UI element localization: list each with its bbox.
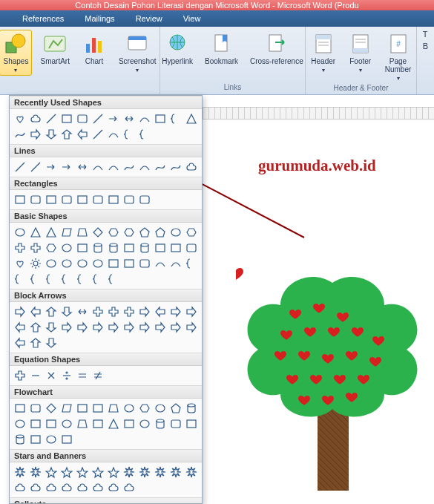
shape-rect[interactable] [122,256,137,271]
shape-barrow[interactable] [137,320,152,335]
shape-rect[interactable] [106,256,121,271]
shape-burst[interactable] [28,465,43,480]
shape-ellipse[interactable] [75,256,90,271]
shape-cloud[interactable] [59,480,74,495]
shape-ellipse[interactable] [137,416,152,431]
shape-barrow[interactable] [168,320,183,335]
shape-barrow[interactable] [106,320,121,335]
shape-can[interactable] [184,401,199,416]
footer-button[interactable]: Footer [344,30,377,76]
shape-trap[interactable] [75,225,90,240]
shape-curve[interactable] [153,256,168,271]
shape-para[interactable] [59,401,74,416]
shape-barrow[interactable] [153,320,168,335]
shape-barrowu[interactable] [44,304,59,319]
shape-para[interactable] [59,225,74,240]
header-button[interactable]: Header [307,30,340,76]
shape-rrect[interactable] [28,192,43,207]
shape-barrowu[interactable] [28,320,43,335]
shape-barrow[interactable] [122,320,137,335]
shape-tri[interactable] [184,111,199,126]
tab-references[interactable]: References [22,14,64,23]
shape-plus[interactable] [106,304,121,319]
shape-diamond[interactable] [91,225,105,240]
pagenumber-button[interactable]: # Page Number [381,30,415,84]
shape-ellipse[interactable] [13,225,27,240]
shape-barrowl[interactable] [153,304,168,319]
shape-plus[interactable] [13,368,27,383]
shape-barrow[interactable] [91,320,105,335]
shape-eq[interactable] [75,368,90,383]
shape-hex[interactable] [122,225,137,240]
shape-rect[interactable] [13,192,27,207]
shape-hex[interactable] [44,240,59,255]
shape-rrect[interactable] [28,401,43,416]
shape-cloud[interactable] [91,480,105,495]
shape-cloud[interactable] [28,480,43,495]
shape-rect[interactable] [13,401,27,416]
shape-burst[interactable] [137,465,152,480]
shape-barrowu[interactable] [59,127,74,142]
shape-barrow[interactable] [168,304,183,319]
shape-rect[interactable] [75,192,90,207]
shape-brace[interactable] [59,272,74,287]
shape-rrect[interactable] [122,192,137,207]
shape-rect[interactable] [106,192,121,207]
shape-pent[interactable] [137,225,152,240]
shape-rect[interactable] [28,432,43,447]
shape-rect[interactable] [122,416,137,431]
shape-pent[interactable] [168,401,183,416]
shape-barrow[interactable] [13,304,27,319]
shape-brace[interactable] [44,272,59,287]
screenshot-button[interactable]: Screenshot [115,30,160,76]
shape-curve[interactable] [91,160,105,174]
document-canvas[interactable]: gurumuda.web.id [203,120,434,504]
shape-cloud[interactable] [122,480,137,495]
tree-drawing[interactable] [236,268,429,491]
shape-trap[interactable] [75,416,90,431]
tab-view[interactable]: View [183,14,201,23]
shape-rect[interactable] [91,416,105,431]
shape-star[interactable] [44,465,59,480]
shape-barrow[interactable] [28,127,43,142]
shape-ellipse[interactable] [122,401,137,416]
shape-star[interactable] [59,465,74,480]
shape-can[interactable] [91,240,105,255]
smartart-button[interactable]: SmartArt [36,30,73,68]
shape-star[interactable] [91,465,105,480]
shape-ellipse[interactable] [168,225,183,240]
shape-pent[interactable] [153,225,168,240]
shape-brace[interactable] [75,272,90,287]
shape-rect[interactable] [59,432,74,447]
shape-barrow[interactable] [184,320,199,335]
shape-tri[interactable] [106,416,121,431]
shape-barrowl[interactable] [13,320,27,335]
shape-cloud[interactable] [75,480,90,495]
shape-barrowd[interactable] [44,336,59,350]
shape-rrect[interactable] [75,111,90,126]
shape-brace[interactable] [168,111,183,126]
shape-sun[interactable] [28,256,43,271]
shape-ellipse[interactable] [59,256,74,271]
shape-rect[interactable] [44,192,59,207]
shape-brace[interactable] [184,256,199,271]
shape-darrow[interactable] [75,304,90,319]
shape-rect[interactable] [59,111,74,126]
shape-can[interactable] [137,240,152,255]
shape-ellipse[interactable] [59,240,74,255]
shape-trap[interactable] [106,401,121,416]
shape-curve[interactable] [106,127,121,142]
shape-rect[interactable] [75,240,90,255]
shape-can[interactable] [106,240,121,255]
tab-review[interactable]: Review [136,14,162,23]
shape-arrow[interactable] [59,160,74,174]
shape-free[interactable] [153,160,168,174]
shape-star[interactable] [106,465,121,480]
shape-line[interactable] [44,111,59,126]
shape-barrowl[interactable] [75,127,90,142]
shape-tri[interactable] [44,225,59,240]
shape-rrect[interactable] [137,256,152,271]
shape-ellipse[interactable] [13,416,27,431]
shape-brace[interactable] [91,272,105,287]
shape-plus[interactable] [122,304,137,319]
